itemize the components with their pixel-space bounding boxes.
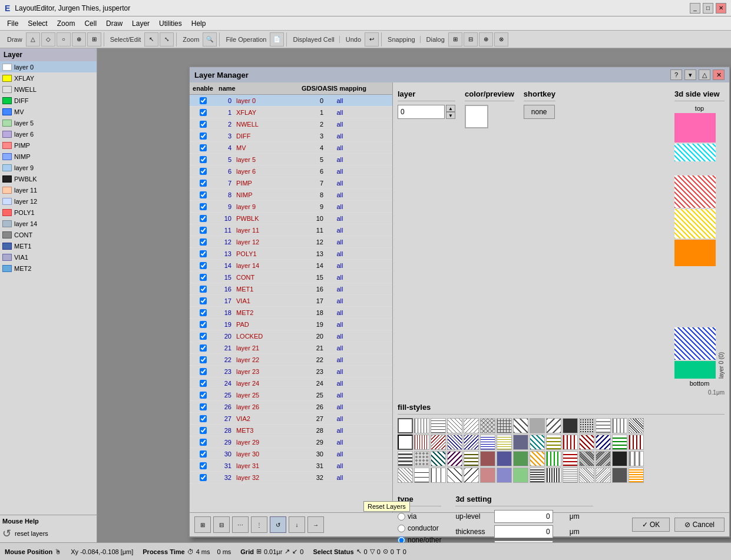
- dialog-maximize-button[interactable]: △: [699, 69, 710, 80]
- row-all[interactable]: all: [328, 156, 352, 163]
- row-enable-checkbox[interactable]: [200, 368, 207, 375]
- type-via-radio[interactable]: [398, 513, 405, 521]
- table-row[interactable]: 24 layer 24 24 all: [190, 377, 392, 389]
- dtb-right-button[interactable]: →: [307, 516, 324, 533]
- type-via[interactable]: via: [398, 512, 441, 521]
- row-enable-checkbox[interactable]: [200, 297, 207, 304]
- table-row[interactable]: 15 CONT 15 all: [190, 271, 392, 283]
- dtb-dots-v-button[interactable]: ⋮: [251, 516, 267, 533]
- fill-style-item[interactable]: [464, 435, 479, 450]
- table-row[interactable]: 16 MET1 16 all: [190, 283, 392, 295]
- fill-style-item[interactable]: [612, 451, 627, 466]
- table-row[interactable]: 9 layer 9 9 all: [190, 201, 392, 213]
- row-checkbox-cell[interactable]: [190, 403, 216, 410]
- fill-style-item[interactable]: [612, 468, 627, 483]
- fill-style-item[interactable]: [563, 451, 578, 466]
- row-all[interactable]: all: [328, 132, 352, 140]
- row-checkbox-cell[interactable]: [190, 144, 216, 151]
- row-all[interactable]: all: [328, 121, 352, 128]
- row-enable-checkbox[interactable]: [200, 132, 207, 140]
- row-checkbox-cell[interactable]: [190, 286, 216, 293]
- row-checkbox-cell[interactable]: [190, 121, 216, 128]
- fill-style-item[interactable]: [629, 418, 644, 433]
- fill-style-item[interactable]: [546, 451, 561, 466]
- row-checkbox-cell[interactable]: [190, 344, 216, 352]
- fill-style-item[interactable]: [546, 418, 561, 433]
- row-checkbox-cell[interactable]: [190, 262, 216, 269]
- row-enable-checkbox[interactable]: [200, 462, 207, 469]
- shortkey-button[interactable]: none: [524, 105, 555, 119]
- dialog-toolbar-buttons[interactable]: ⊞ ⊟ ⋯ ⋮ ↺ ↓ →: [194, 516, 324, 533]
- left-layer-item[interactable]: layer 5: [0, 117, 97, 128]
- maximize-button[interactable]: □: [703, 3, 713, 14]
- row-enable-checkbox[interactable]: [200, 380, 207, 387]
- row-all[interactable]: all: [328, 262, 352, 269]
- row-all[interactable]: all: [328, 439, 352, 446]
- row-enable-checkbox[interactable]: [200, 227, 207, 234]
- fill-style-item[interactable]: [513, 435, 528, 450]
- table-row[interactable]: 20 LOCKED 20 all: [190, 330, 392, 342]
- row-enable-checkbox[interactable]: [200, 109, 207, 116]
- fill-style-item[interactable]: [596, 435, 611, 450]
- row-all[interactable]: all: [328, 427, 352, 434]
- row-checkbox-cell[interactable]: [190, 309, 216, 316]
- row-all[interactable]: all: [328, 144, 352, 151]
- fill-style-item[interactable]: [629, 451, 644, 466]
- dialog-help-button[interactable]: ?: [670, 69, 682, 80]
- layer-list[interactable]: layer 0XFLAYNWELLDIFFMVlayer 5layer 6PIM…: [0, 61, 97, 515]
- menu-help[interactable]: Help: [187, 18, 211, 29]
- row-all[interactable]: all: [328, 356, 352, 363]
- row-all[interactable]: all: [328, 180, 352, 187]
- fill-style-item[interactable]: [530, 435, 545, 450]
- draw-btn-4[interactable]: ⊕: [72, 32, 86, 47]
- dtb-dots-h-button[interactable]: ⋯: [232, 516, 249, 533]
- fill-style-item[interactable]: [497, 451, 512, 466]
- row-checkbox-cell[interactable]: [190, 462, 216, 469]
- fill-style-item[interactable]: [497, 418, 512, 433]
- table-row[interactable]: 8 NIMP 8 all: [190, 189, 392, 201]
- left-layer-item[interactable]: PIMP: [0, 140, 97, 151]
- table-row[interactable]: 17 VIA1 17 all: [190, 295, 392, 307]
- dialog-close-button[interactable]: ✕: [713, 69, 725, 80]
- table-row[interactable]: 1 XFLAY 1 all: [190, 107, 392, 118]
- row-all[interactable]: all: [328, 333, 352, 340]
- fill-style-item[interactable]: [563, 468, 578, 483]
- row-checkbox-cell[interactable]: [190, 333, 216, 340]
- row-all[interactable]: all: [328, 297, 352, 304]
- fill-style-item[interactable]: [629, 468, 644, 483]
- table-row[interactable]: 28 MET3 28 all: [190, 425, 392, 436]
- table-row[interactable]: 4 MV 4 all: [190, 142, 392, 154]
- fill-style-item[interactable]: [431, 468, 446, 483]
- fill-style-item[interactable]: [464, 468, 479, 483]
- row-checkbox-cell[interactable]: [190, 168, 216, 175]
- row-all[interactable]: all: [328, 274, 352, 281]
- fill-style-item[interactable]: [447, 451, 462, 466]
- row-all[interactable]: all: [328, 392, 352, 399]
- row-all[interactable]: all: [328, 250, 352, 257]
- left-layer-item[interactable]: layer 14: [0, 218, 97, 229]
- left-layer-item[interactable]: NWELL: [0, 84, 97, 95]
- row-all[interactable]: all: [328, 321, 352, 328]
- layer-input[interactable]: [398, 105, 445, 119]
- spinner-controls[interactable]: ▲ ▼: [446, 105, 455, 119]
- row-checkbox-cell[interactable]: [190, 132, 216, 140]
- fill-style-item[interactable]: [513, 468, 528, 483]
- row-checkbox-cell[interactable]: [190, 97, 216, 104]
- select-btn-1[interactable]: ↖: [144, 32, 158, 47]
- row-checkbox-cell[interactable]: [190, 109, 216, 116]
- row-checkbox-cell[interactable]: [190, 215, 216, 222]
- row-enable-checkbox[interactable]: [200, 321, 207, 328]
- row-enable-checkbox[interactable]: [200, 450, 207, 458]
- fill-style-item[interactable]: [431, 435, 446, 450]
- left-layer-item[interactable]: MET2: [0, 263, 97, 274]
- fill-style-item[interactable]: [414, 451, 429, 466]
- close-button[interactable]: ✕: [716, 3, 726, 14]
- fill-style-item[interactable]: [480, 451, 495, 466]
- left-layer-item[interactable]: VIA1: [0, 251, 97, 263]
- row-checkbox-cell[interactable]: [190, 321, 216, 328]
- dtb-remove-button[interactable]: ⊟: [213, 516, 230, 533]
- layer-table-body[interactable]: 0 layer 0 0 all 1 XFLAY 1 all 2 NWELL 2 …: [190, 95, 392, 512]
- file-btn[interactable]: 📄: [270, 32, 284, 47]
- row-enable-checkbox[interactable]: [200, 144, 207, 151]
- draw-btn-2[interactable]: ◇: [41, 32, 55, 47]
